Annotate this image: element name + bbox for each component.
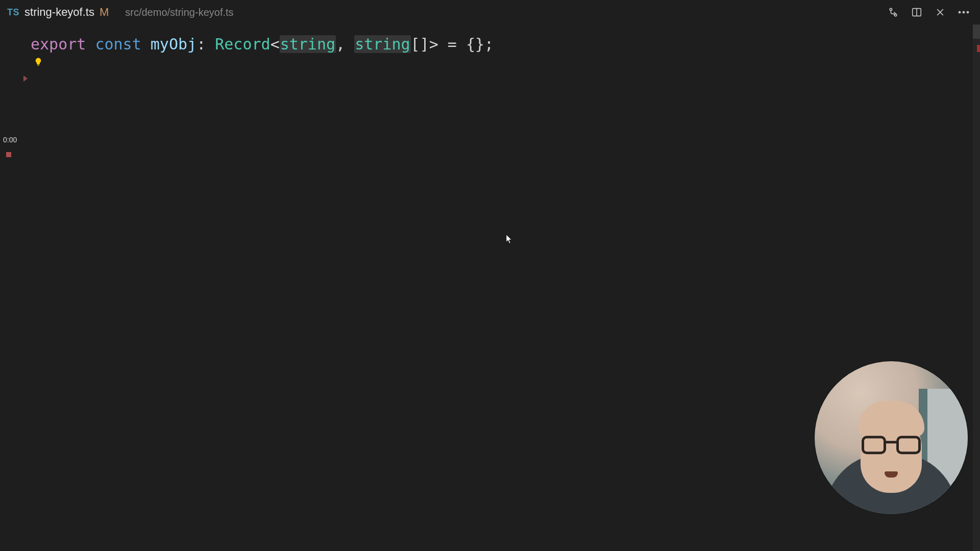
token-string-2: string: [354, 35, 410, 53]
svg-rect-9: [37, 65, 39, 66]
minimap-scrollbar[interactable]: [973, 24, 980, 551]
minimap-error-marker: [977, 45, 980, 52]
svg-point-7: [963, 11, 965, 13]
editor-actions: [887, 6, 975, 18]
token-export: export: [31, 35, 86, 53]
token-gt: >: [429, 35, 438, 53]
breadcrumb[interactable]: src/demo/string-keyof.ts: [118, 7, 233, 18]
token-record: Record: [215, 35, 270, 53]
token-braces: {}: [466, 35, 484, 53]
close-icon[interactable]: [934, 6, 946, 18]
tab-filename: string-keyof.ts: [24, 6, 94, 19]
token-identifier: myObj: [151, 35, 197, 53]
split-editor-icon[interactable]: [911, 6, 923, 18]
token-const: const: [95, 35, 141, 53]
recording-timestamp: 0:00: [3, 136, 17, 144]
svg-point-6: [959, 11, 961, 13]
tab-group: TS string-keyof.ts M src/demo/string-key…: [0, 0, 234, 24]
svg-point-0: [890, 8, 892, 10]
webcam-person-glasses: [861, 436, 922, 455]
token-colon: :: [197, 35, 206, 53]
typescript-file-icon: TS: [7, 7, 19, 18]
token-lt: <: [271, 35, 280, 53]
minimap-content: [973, 24, 980, 39]
token-comma: ,: [336, 35, 345, 53]
code-line-1[interactable]: export const myObj: Record<string, strin…: [0, 34, 980, 55]
token-eq: =: [448, 35, 457, 53]
editor-tab[interactable]: TS string-keyof.ts M: [0, 0, 118, 24]
code-editor[interactable]: export const myObj: Record<string, strin…: [0, 24, 980, 55]
svg-point-8: [967, 11, 969, 13]
webcam-overlay[interactable]: [815, 361, 968, 514]
token-string-1: string: [280, 35, 336, 53]
recording-indicator-icon: [6, 152, 11, 157]
token-semi: ;: [484, 35, 494, 53]
compare-changes-icon[interactable]: [887, 6, 899, 18]
tab-bar: TS string-keyof.ts M src/demo/string-key…: [0, 0, 980, 24]
fold-caret-icon[interactable]: [23, 76, 28, 82]
webcam-person-mouth: [885, 471, 898, 478]
token-brackets: []: [411, 35, 429, 53]
lightbulb-quickfix-icon[interactable]: [33, 56, 44, 67]
more-actions-icon[interactable]: [958, 6, 970, 18]
modified-indicator: M: [100, 6, 109, 19]
mouse-cursor-icon: [506, 235, 512, 244]
